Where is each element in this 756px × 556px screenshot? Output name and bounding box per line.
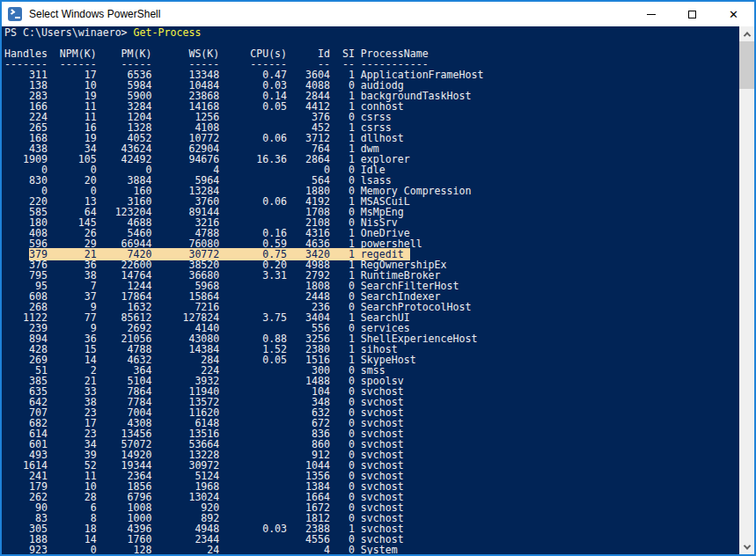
process-row: 923 0 128 24 4 0 System: [4, 545, 739, 554]
window-controls: ✕: [630, 2, 754, 26]
maximize-button[interactable]: [672, 2, 713, 26]
window-title: Select Windows PowerShell: [29, 8, 160, 20]
powershell-prompt-arrow-icon: [9, 9, 16, 14]
console-output[interactable]: PS C:\Users\winaero> Get-ProcessHandles …: [2, 26, 739, 554]
maximize-icon: [688, 11, 696, 18]
scroll-down-button[interactable]: [739, 539, 754, 554]
powershell-icon[interactable]: [8, 7, 22, 21]
vertical-scrollbar[interactable]: [739, 26, 754, 554]
minimize-button[interactable]: [630, 2, 672, 26]
prompt-text: PS C:\Users\winaero>: [4, 26, 134, 39]
scroll-up-button[interactable]: [739, 26, 754, 41]
typed-command: Get-Process: [134, 26, 202, 39]
close-button[interactable]: ✕: [713, 2, 754, 26]
chevron-down-icon: [743, 542, 750, 549]
scrollbar-thumb[interactable]: [739, 41, 754, 89]
close-icon: ✕: [729, 9, 738, 20]
powershell-underscore-icon: [15, 17, 20, 18]
powershell-window: Select Windows PowerShell ✕ PS C:\Users\…: [0, 0, 756, 556]
minimize-icon: [647, 14, 656, 15]
chevron-up-icon: [743, 32, 750, 39]
title-bar[interactable]: Select Windows PowerShell ✕: [2, 2, 754, 26]
command-line: PS C:\Users\winaero> Get-Process: [4, 27, 739, 38]
